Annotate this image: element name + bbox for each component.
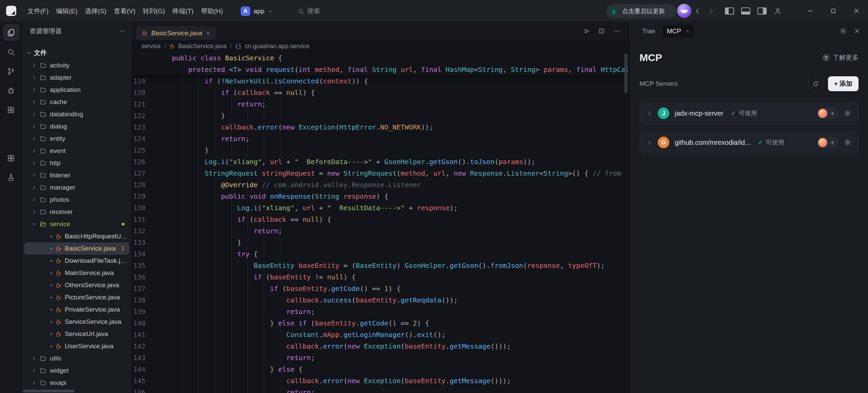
breadcrumb-symbol[interactable]: cn.guashan.app.service (245, 43, 309, 50)
activity-extensions-button[interactable] (3, 102, 19, 118)
toggle-sidebar-icon[interactable] (725, 7, 734, 15)
line-number: 135 (131, 260, 156, 271)
tree-folder-wxapi[interactable]: wxapi (24, 377, 129, 389)
code-line: 120 if (callback == null) { (131, 87, 629, 98)
tree-folder-utils[interactable]: utils (24, 352, 129, 365)
activity-search-button[interactable] (3, 44, 19, 60)
tree-folder-widget[interactable]: widget (24, 365, 129, 377)
tree-folder-service[interactable]: service (24, 218, 129, 230)
menu-item-6[interactable]: 帮助(H) (197, 0, 226, 22)
gear-icon[interactable] (844, 139, 851, 146)
editor-tab-bar: BasicService.java (131, 22, 629, 40)
gear-icon[interactable] (844, 110, 851, 117)
files-section-header[interactable]: 文件 (26, 47, 128, 59)
tree-folder-receiver[interactable]: receiver (24, 206, 129, 218)
activity-files-button[interactable] (3, 25, 19, 40)
breadcrumb-separator: / (164, 43, 166, 50)
tree-file-othersservice-java[interactable]: OthersService.java (24, 279, 129, 291)
tree-folder-event[interactable]: event (24, 145, 129, 157)
close-tab-icon[interactable] (685, 29, 690, 34)
close-window-button[interactable] (845, 0, 868, 22)
code-lines: 119 if (!NetworkUtil.isConnected(context… (131, 75, 629, 393)
code-line: 119 if (!NetworkUtil.isConnected(context… (131, 75, 629, 87)
toggle-secondary-sidebar-icon[interactable] (757, 7, 767, 15)
tree-file-downloadfiletask-java[interactable]: DownloadFileTask.java (24, 255, 129, 267)
tree-file-pictureservice-java[interactable]: PictureService.java (24, 291, 129, 303)
chevron-right-icon (32, 124, 37, 129)
server-card-2[interactable]: Ggithub.com/mrexodia/id...✓可使用+ (639, 131, 859, 154)
split-editor-icon[interactable] (598, 27, 605, 35)
tab-mcp[interactable]: MCP (663, 25, 694, 38)
forward-arrow-icon[interactable] (707, 7, 715, 15)
tab-basicservice-java[interactable]: BasicService.java (136, 26, 216, 40)
maximize-button[interactable] (822, 0, 845, 22)
back-arrow-icon[interactable] (694, 7, 701, 15)
menu-item-1[interactable]: 编辑(E) (52, 0, 81, 22)
add-agent-icon: + (830, 110, 834, 117)
tree-folder-dialog[interactable]: dialog (24, 120, 129, 133)
menu-item-0[interactable]: 文件(F) (24, 0, 52, 22)
agent-avatar-group[interactable]: + (816, 107, 839, 119)
agent-avatar-group[interactable]: + (816, 136, 839, 149)
workspace-switcher[interactable]: A app (237, 4, 276, 18)
learn-more-link[interactable]: ? 了解更多 (822, 53, 859, 62)
tree-folder-adapter[interactable]: adapter (24, 72, 129, 84)
activity-test-flask-button[interactable] (3, 170, 19, 185)
breadcrumb-folder[interactable]: service (141, 43, 161, 50)
tree-folder-manager[interactable]: manager (24, 181, 129, 194)
tree-folder-cache[interactable]: cache (24, 96, 129, 108)
explorer-sidebar: 资源管理器 文件 activityadapterapplicationcache… (22, 22, 131, 393)
activity-run-debug-button[interactable] (3, 83, 19, 98)
menu-item-5[interactable]: 终端(T) (169, 0, 197, 22)
line-number: 140 (131, 317, 156, 329)
tree-file-userservice-java[interactable]: UserService.java (24, 340, 129, 352)
server-card-1[interactable]: Jjadx-mcp-server✓可使用+ (639, 102, 859, 124)
global-search[interactable]: 搜索 (298, 4, 320, 18)
folder-icon (40, 367, 46, 374)
activity-apps-grid-button[interactable] (3, 150, 19, 166)
minimize-button[interactable] (799, 0, 822, 22)
tree-file-basichttprequestutil-[interactable]: BasicHttpRequestUtil... (24, 230, 129, 242)
tree-file-privateservice-java[interactable]: PrivateService.java (24, 303, 129, 316)
user-avatar[interactable] (676, 3, 692, 19)
tree-file-mainservice-java[interactable]: MainService.java (24, 267, 129, 279)
activity-bar (0, 22, 22, 393)
tree-folder-entity[interactable]: entity (24, 133, 129, 145)
chevron-right-icon (32, 209, 37, 215)
add-server-button[interactable]: + 添加 (828, 76, 859, 91)
activity-source-control-button[interactable] (3, 63, 19, 79)
account-icon[interactable] (774, 7, 782, 15)
toggle-panel-icon[interactable] (741, 7, 750, 15)
code-area[interactable]: public class BasicService { protected <T… (131, 52, 629, 393)
tree-folder-photos[interactable]: photos (24, 194, 129, 206)
more-actions-icon[interactable] (613, 27, 620, 35)
tree-file-basicservice-java[interactable]: BasicService.java1 (24, 242, 129, 255)
breadcrumb[interactable]: service/BasicService.java/{}cn.guashan.a… (131, 40, 629, 52)
tree-folder-listener[interactable]: listener (24, 169, 129, 181)
run-icon[interactable] (583, 27, 590, 35)
tab-trae[interactable]: Trae (638, 25, 659, 38)
folder-icon (40, 74, 46, 81)
tree-folder-application[interactable]: application (24, 84, 129, 96)
update-button[interactable]: 点击重启以更新 (606, 4, 676, 18)
more-actions-icon[interactable] (119, 28, 126, 35)
close-tab-icon[interactable] (205, 31, 211, 36)
code-line: 126 Log.i("xliang", url + " BeforeData--… (131, 156, 629, 168)
menu-item-4[interactable]: 转到(G) (139, 0, 169, 22)
editor-vertical-scrollbar[interactable] (624, 53, 628, 93)
code-line: 127 StringRequest stringRequest = new St… (131, 168, 629, 179)
server-list: Jjadx-mcp-server✓可使用+Ggithub.com/mrexodi… (639, 102, 859, 154)
tree-folder-http[interactable]: http (24, 157, 129, 169)
close-panel-icon[interactable] (853, 27, 861, 35)
tree-file-serviceurl-java[interactable]: ServiceUrl.java (24, 328, 129, 340)
tree-folder-activity[interactable]: activity (24, 59, 129, 72)
gear-icon[interactable] (840, 27, 847, 35)
breadcrumb-file[interactable]: BasicService.java (178, 43, 226, 50)
refresh-button[interactable] (808, 76, 823, 91)
tree-file-serviceservice-java[interactable]: ServiceService.java (24, 316, 129, 328)
mcp-panel: Trae MCP MCP ? 了解更多 MCP Servers + 添加 (629, 22, 868, 393)
menu-item-3[interactable]: 查看(V) (110, 0, 139, 22)
tree-folder-databinding[interactable]: databinding (24, 108, 129, 120)
sidebar-horizontal-scrollbar[interactable] (23, 390, 74, 392)
menu-item-2[interactable]: 选择(S) (81, 0, 110, 22)
